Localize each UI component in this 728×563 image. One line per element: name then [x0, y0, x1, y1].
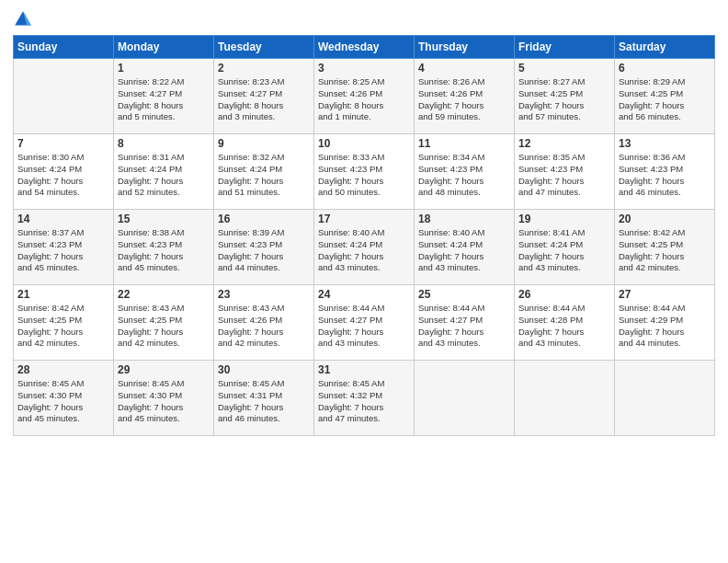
day-info: Sunrise: 8:44 AMSunset: 4:27 PMDaylight:… — [418, 303, 510, 350]
calendar-cell — [14, 59, 114, 134]
day-number: 3 — [318, 62, 410, 75]
calendar-cell: 30Sunrise: 8:45 AMSunset: 4:31 PMDayligh… — [214, 361, 314, 436]
day-number: 11 — [418, 137, 510, 150]
day-number: 31 — [318, 363, 410, 376]
calendar-cell: 23Sunrise: 8:43 AMSunset: 4:26 PMDayligh… — [214, 285, 314, 361]
day-info: Sunrise: 8:40 AMSunset: 4:24 PMDaylight:… — [418, 227, 510, 274]
header-cell-sunday: Sunday — [14, 36, 114, 59]
calendar-cell: 9Sunrise: 8:32 AMSunset: 4:24 PMDaylight… — [214, 134, 314, 210]
header-cell-friday: Friday — [515, 36, 615, 59]
calendar-cell: 17Sunrise: 8:40 AMSunset: 4:24 PMDayligh… — [314, 210, 415, 285]
day-info: Sunrise: 8:44 AMSunset: 4:28 PMDaylight:… — [518, 303, 610, 350]
day-number: 14 — [17, 213, 109, 225]
day-info: Sunrise: 8:45 AMSunset: 4:30 PMDaylight:… — [17, 378, 109, 425]
day-info: Sunrise: 8:44 AMSunset: 4:27 PMDaylight:… — [318, 303, 410, 350]
day-info: Sunrise: 8:45 AMSunset: 4:30 PMDaylight:… — [118, 378, 210, 425]
calendar-cell: 16Sunrise: 8:39 AMSunset: 4:23 PMDayligh… — [214, 210, 314, 285]
day-info: Sunrise: 8:43 AMSunset: 4:26 PMDaylight:… — [218, 303, 310, 350]
day-info: Sunrise: 8:42 AMSunset: 4:25 PMDaylight:… — [17, 303, 109, 350]
day-info: Sunrise: 8:42 AMSunset: 4:25 PMDaylight:… — [619, 227, 711, 274]
header-cell-thursday: Thursday — [415, 36, 515, 59]
day-number: 25 — [418, 288, 510, 301]
calendar-body: 1Sunrise: 8:22 AMSunset: 4:27 PMDaylight… — [14, 59, 715, 436]
day-info: Sunrise: 8:30 AMSunset: 4:24 PMDaylight:… — [17, 152, 109, 199]
header-cell-monday: Monday — [114, 36, 214, 59]
calendar-cell: 14Sunrise: 8:37 AMSunset: 4:23 PMDayligh… — [14, 210, 114, 285]
day-number: 12 — [518, 137, 610, 150]
day-info: Sunrise: 8:27 AMSunset: 4:25 PMDaylight:… — [518, 76, 610, 123]
calendar-cell: 10Sunrise: 8:33 AMSunset: 4:23 PMDayligh… — [314, 134, 415, 210]
calendar-cell: 13Sunrise: 8:36 AMSunset: 4:23 PMDayligh… — [615, 134, 715, 210]
day-number: 29 — [118, 363, 210, 376]
header-cell-tuesday: Tuesday — [214, 36, 314, 59]
day-number: 17 — [318, 213, 410, 225]
calendar-cell: 21Sunrise: 8:42 AMSunset: 4:25 PMDayligh… — [14, 285, 114, 361]
day-info: Sunrise: 8:43 AMSunset: 4:25 PMDaylight:… — [118, 303, 210, 350]
calendar-cell: 11Sunrise: 8:34 AMSunset: 4:23 PMDayligh… — [415, 134, 515, 210]
day-number: 4 — [418, 62, 510, 75]
header-cell-saturday: Saturday — [615, 36, 715, 59]
calendar-cell: 7Sunrise: 8:30 AMSunset: 4:24 PMDaylight… — [14, 134, 114, 210]
day-number: 20 — [619, 213, 711, 225]
calendar-cell: 26Sunrise: 8:44 AMSunset: 4:28 PMDayligh… — [515, 285, 615, 361]
day-info: Sunrise: 8:34 AMSunset: 4:23 PMDaylight:… — [418, 152, 510, 199]
day-number: 26 — [518, 288, 610, 301]
calendar-cell: 22Sunrise: 8:43 AMSunset: 4:25 PMDayligh… — [114, 285, 214, 361]
day-number: 27 — [619, 288, 711, 301]
day-number: 7 — [17, 137, 109, 150]
calendar-cell: 19Sunrise: 8:41 AMSunset: 4:24 PMDayligh… — [515, 210, 615, 285]
calendar-cell: 29Sunrise: 8:45 AMSunset: 4:30 PMDayligh… — [114, 361, 214, 436]
day-info: Sunrise: 8:40 AMSunset: 4:24 PMDaylight:… — [318, 227, 410, 274]
calendar-cell: 25Sunrise: 8:44 AMSunset: 4:27 PMDayligh… — [415, 285, 515, 361]
logo-icon — [13, 9, 33, 29]
calendar-cell: 27Sunrise: 8:44 AMSunset: 4:29 PMDayligh… — [615, 285, 715, 361]
calendar-cell: 5Sunrise: 8:27 AMSunset: 4:25 PMDaylight… — [515, 59, 615, 134]
day-number: 21 — [17, 288, 109, 301]
calendar-cell — [515, 361, 615, 436]
day-info: Sunrise: 8:31 AMSunset: 4:24 PMDaylight:… — [118, 152, 210, 199]
logo — [13, 9, 33, 31]
day-number: 10 — [318, 137, 410, 150]
calendar-cell: 6Sunrise: 8:29 AMSunset: 4:25 PMDaylight… — [615, 59, 715, 134]
day-number: 19 — [518, 213, 610, 225]
day-number: 15 — [118, 213, 210, 225]
calendar-cell: 31Sunrise: 8:45 AMSunset: 4:32 PMDayligh… — [314, 361, 415, 436]
day-info: Sunrise: 8:29 AMSunset: 4:25 PMDaylight:… — [619, 76, 711, 123]
day-number: 5 — [518, 62, 610, 75]
day-number: 6 — [619, 62, 711, 75]
calendar-cell — [615, 361, 715, 436]
day-info: Sunrise: 8:45 AMSunset: 4:32 PMDaylight:… — [318, 378, 410, 425]
day-number: 23 — [218, 288, 310, 301]
day-number: 1 — [118, 62, 210, 75]
calendar-cell: 20Sunrise: 8:42 AMSunset: 4:25 PMDayligh… — [615, 210, 715, 285]
calendar-cell: 28Sunrise: 8:45 AMSunset: 4:30 PMDayligh… — [14, 361, 114, 436]
calendar-cell: 24Sunrise: 8:44 AMSunset: 4:27 PMDayligh… — [314, 285, 415, 361]
day-info: Sunrise: 8:41 AMSunset: 4:24 PMDaylight:… — [518, 227, 610, 274]
day-info: Sunrise: 8:35 AMSunset: 4:23 PMDaylight:… — [518, 152, 610, 199]
calendar-table: SundayMondayTuesdayWednesdayThursdayFrid… — [13, 35, 715, 436]
calendar-cell: 18Sunrise: 8:40 AMSunset: 4:24 PMDayligh… — [415, 210, 515, 285]
calendar-week-2: 7Sunrise: 8:30 AMSunset: 4:24 PMDaylight… — [14, 134, 715, 210]
day-info: Sunrise: 8:32 AMSunset: 4:24 PMDaylight:… — [218, 152, 310, 199]
calendar-cell: 2Sunrise: 8:23 AMSunset: 4:27 PMDaylight… — [214, 59, 314, 134]
day-number: 30 — [218, 363, 310, 376]
calendar-cell — [415, 361, 515, 436]
day-info: Sunrise: 8:45 AMSunset: 4:31 PMDaylight:… — [218, 378, 310, 425]
calendar-cell: 4Sunrise: 8:26 AMSunset: 4:26 PMDaylight… — [415, 59, 515, 134]
day-info: Sunrise: 8:33 AMSunset: 4:23 PMDaylight:… — [318, 152, 410, 199]
calendar-cell: 1Sunrise: 8:22 AMSunset: 4:27 PMDaylight… — [114, 59, 214, 134]
day-number: 16 — [218, 213, 310, 225]
calendar-header: SundayMondayTuesdayWednesdayThursdayFrid… — [14, 36, 715, 59]
day-number: 8 — [118, 137, 210, 150]
calendar-week-1: 1Sunrise: 8:22 AMSunset: 4:27 PMDaylight… — [14, 59, 715, 134]
calendar-week-5: 28Sunrise: 8:45 AMSunset: 4:30 PMDayligh… — [14, 361, 715, 436]
day-number: 24 — [318, 288, 410, 301]
header-row: SundayMondayTuesdayWednesdayThursdayFrid… — [14, 36, 715, 59]
page-container: SundayMondayTuesdayWednesdayThursdayFrid… — [0, 0, 728, 442]
calendar-week-4: 21Sunrise: 8:42 AMSunset: 4:25 PMDayligh… — [14, 285, 715, 361]
header-cell-wednesday: Wednesday — [314, 36, 415, 59]
day-number: 18 — [418, 213, 510, 225]
calendar-week-3: 14Sunrise: 8:37 AMSunset: 4:23 PMDayligh… — [14, 210, 715, 285]
day-number: 13 — [619, 137, 711, 150]
day-info: Sunrise: 8:26 AMSunset: 4:26 PMDaylight:… — [418, 76, 510, 123]
